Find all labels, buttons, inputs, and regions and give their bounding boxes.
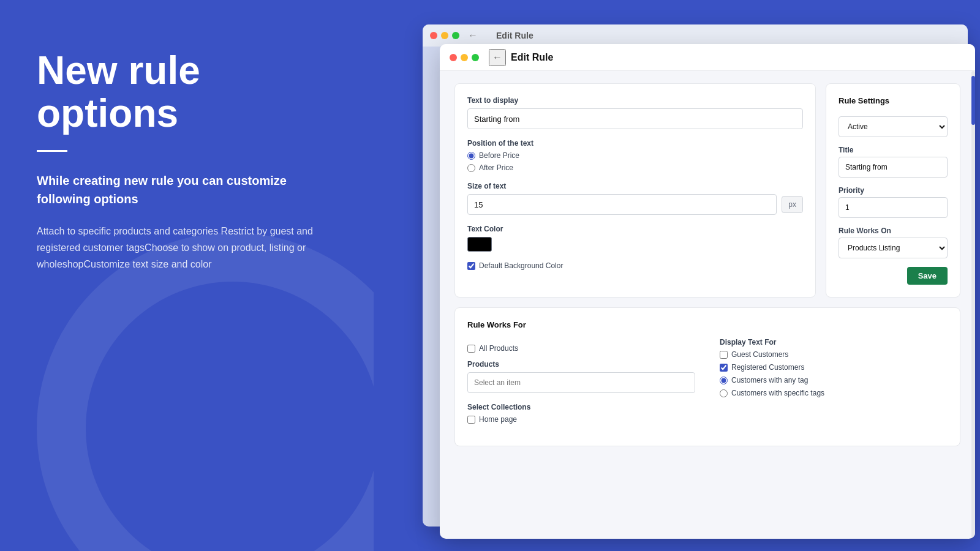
after-price-radio[interactable] [467,164,475,172]
size-input-wrap: px [467,194,803,215]
before-price-label: Before Price [479,151,519,160]
color-swatch[interactable] [467,237,492,252]
priority-group: Priority [839,186,948,218]
content-area: Text to display Position of the text Bef… [440,71,975,539]
main-dot-red [450,54,457,61]
guest-customers-label: Guest Customers [731,350,788,359]
all-products-checkbox[interactable] [467,345,475,353]
right-panel: ← Edit Rule ← Edit Rule Text to displ [374,0,980,551]
left-panel: New rule options While creating new rule… [0,0,374,551]
guest-customers-checkbox[interactable] [720,351,728,359]
divider [37,150,67,152]
save-button[interactable]: Save [907,267,948,285]
products-input[interactable] [467,372,695,393]
position-label: Position of the text [467,139,803,148]
page-title: Edit Rule [511,52,553,63]
any-tag-label: Customers with any tag [731,376,808,384]
subtitle: While creating new rule you can customiz… [37,171,337,208]
bg-back-arrow[interactable]: ← [468,30,478,41]
registered-customers-checkbox[interactable] [720,364,728,372]
bottom-grid: All Products Products Select Collections… [467,338,948,433]
bottom-section: Rule Works For All Products Products [454,307,960,446]
dot-red [430,32,437,39]
products-group: Products [467,360,695,393]
after-price-option[interactable]: After Price [467,163,803,172]
main-window: ← Edit Rule Text to display Position of … [440,44,975,539]
bg-color-label: Default Background Color [479,261,563,270]
size-input[interactable] [467,194,777,215]
works-on-select[interactable]: Products Listing All Pages Product Page [839,238,948,258]
all-products-option[interactable]: All Products [467,344,695,353]
guest-customers-option[interactable]: Guest Customers [720,350,948,359]
text-to-display-label: Text to display [467,96,803,105]
display-text-label: Display Text For [720,338,948,347]
main-dot-yellow [461,54,468,61]
specific-tags-option[interactable]: Customers with specific tags [720,389,948,397]
bg-window-title: Edit Rule [496,31,533,40]
color-group: Text Color [467,225,803,252]
title-group: Title [839,146,948,178]
color-label: Text Color [467,225,803,233]
home-page-option[interactable]: Home page [467,415,695,424]
left-form: Text to display Position of the text Bef… [454,83,816,298]
main-titlebar: ← Edit Rule [440,44,975,71]
all-products-label: All Products [479,344,518,353]
position-radio-group: Before Price After Price [467,151,803,172]
any-tag-radio[interactable] [720,377,728,384]
main-dot-green [472,54,479,61]
registered-customers-label: Registered Customers [731,363,804,372]
any-tag-option[interactable]: Customers with any tag [720,376,948,384]
top-section: Text to display Position of the text Bef… [454,83,960,298]
display-options-list: Guest Customers Registered Customers Cus… [720,350,948,397]
titlebar-dots [450,54,479,61]
home-page-checkbox[interactable] [467,416,475,424]
rule-settings-title: Rule Settings [839,96,948,105]
display-text-group: Display Text For Guest Customers Registe… [720,338,948,397]
works-on-label: Rule Works On [839,227,948,235]
priority-input[interactable] [839,197,948,218]
bg-titlebar: ← Edit Rule [423,24,968,47]
after-price-label: After Price [479,163,513,172]
before-price-option[interactable]: Before Price [467,151,803,160]
title-input[interactable] [839,157,948,178]
title-label: Title [839,146,948,154]
specific-tags-radio[interactable] [720,389,728,397]
size-label: Size of text [467,182,803,190]
position-group: Position of the text Before Price After … [467,139,803,172]
before-price-radio[interactable] [467,152,475,160]
rule-works-for-title: Rule Works For [467,320,948,329]
bg-color-checkbox[interactable] [467,262,475,270]
main-heading: New rule options [37,49,337,135]
body-text: Attach to specific products and categori… [37,223,337,273]
collections-group: Select Collections Home page [467,403,695,424]
text-to-display-group: Text to display [467,96,803,129]
back-button[interactable]: ← [489,49,506,66]
dot-yellow [441,32,448,39]
bg-color-option[interactable]: Default Background Color [467,261,803,270]
works-on-group: Rule Works On Products Listing All Pages… [839,227,948,258]
scroll-indicator [971,71,975,539]
bottom-right-col: Display Text For Guest Customers Registe… [720,338,948,433]
registered-customers-option[interactable]: Registered Customers [720,363,948,372]
bottom-left-col: All Products Products Select Collections… [467,338,695,433]
products-label: Products [467,360,695,369]
collections-label: Select Collections [467,403,695,411]
dot-green [452,32,459,39]
text-to-display-input[interactable] [467,108,803,129]
status-select[interactable]: Active Inactive [839,116,948,137]
size-group: Size of text px [467,182,803,215]
back-arrow-icon: ← [492,52,502,63]
specific-tags-label: Customers with specific tags [731,389,824,397]
priority-label: Priority [839,186,948,195]
home-page-label: Home page [479,415,517,424]
size-unit: px [782,196,803,213]
scroll-thumb [971,76,975,125]
rule-settings-panel: Rule Settings Active Inactive Title Prio… [826,83,960,298]
